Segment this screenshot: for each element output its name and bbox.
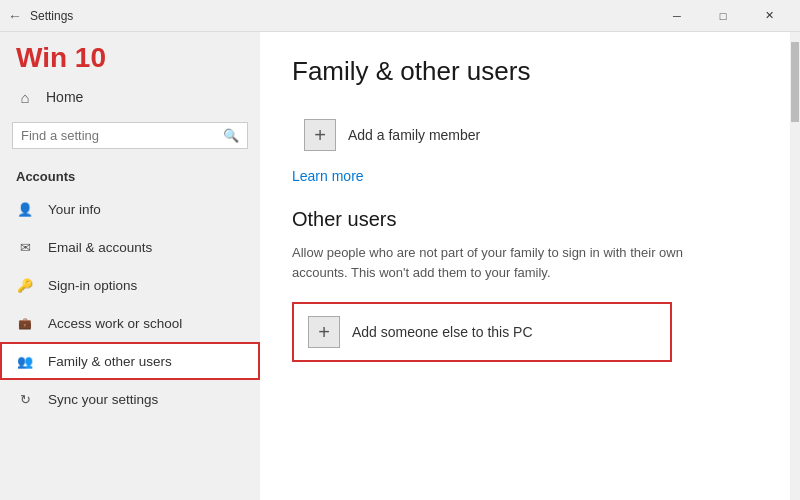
sidebar-item-family[interactable]: 👥 Family & other users <box>0 342 260 380</box>
home-label: Home <box>46 89 83 105</box>
scrollbar-thumb[interactable] <box>791 42 799 122</box>
sidebar-item-work-school[interactable]: 💼 Access work or school <box>0 304 260 342</box>
plus-icon: + <box>304 119 336 151</box>
main-layout: Win 10 ⌂ Home 🔍 Accounts 👤 Your info ✉ E… <box>0 32 800 500</box>
plus-icon-other: + <box>308 316 340 348</box>
sidebar-item-email[interactable]: ✉ Email & accounts <box>0 228 260 266</box>
add-family-button[interactable]: + Add a family member <box>292 111 492 159</box>
your-info-icon: 👤 <box>16 200 34 218</box>
search-input[interactable] <box>21 128 217 143</box>
sidebar-brand: Win 10 <box>0 32 260 80</box>
sidebar-item-signin[interactable]: 🔑 Sign-in options <box>0 266 260 304</box>
signin-icon: 🔑 <box>16 276 34 294</box>
sidebar-item-label: Access work or school <box>48 316 182 331</box>
search-icon: 🔍 <box>223 128 239 143</box>
title-bar-controls: ─ □ ✕ <box>654 0 792 32</box>
sidebar-item-your-info[interactable]: 👤 Your info <box>0 190 260 228</box>
maximize-button[interactable]: □ <box>700 0 746 32</box>
sidebar-item-label: Family & other users <box>48 354 172 369</box>
sidebar-item-home[interactable]: ⌂ Home <box>0 80 260 114</box>
sidebar-item-label: Sign-in options <box>48 278 137 293</box>
sidebar-item-sync[interactable]: ↻ Sync your settings <box>0 380 260 418</box>
other-users-desc: Allow people who are not part of your fa… <box>292 243 712 282</box>
page-title: Family & other users <box>292 56 758 87</box>
learn-more-link[interactable]: Learn more <box>292 168 364 184</box>
sidebar-item-label: Sync your settings <box>48 392 158 407</box>
content-area: Family & other users + Add a family memb… <box>260 32 790 500</box>
add-other-label: Add someone else to this PC <box>352 324 533 340</box>
brand-text: Win 10 <box>16 42 106 73</box>
home-icon: ⌂ <box>16 88 34 106</box>
add-other-button[interactable]: + Add someone else to this PC <box>292 302 672 362</box>
section-label: Accounts <box>0 157 260 190</box>
search-box[interactable]: 🔍 <box>12 122 248 149</box>
sidebar-item-label: Your info <box>48 202 101 217</box>
close-button[interactable]: ✕ <box>746 0 792 32</box>
scrollbar-track[interactable] <box>790 32 800 500</box>
family-icon: 👥 <box>16 352 34 370</box>
window-title: Settings <box>30 9 73 23</box>
back-button[interactable]: ← <box>8 8 22 24</box>
sidebar: Win 10 ⌂ Home 🔍 Accounts 👤 Your info ✉ E… <box>0 32 260 500</box>
sync-icon: ↻ <box>16 390 34 408</box>
email-icon: ✉ <box>16 238 34 256</box>
sidebar-item-label: Email & accounts <box>48 240 152 255</box>
minimize-button[interactable]: ─ <box>654 0 700 32</box>
work-icon: 💼 <box>16 314 34 332</box>
add-family-label: Add a family member <box>348 127 480 143</box>
other-users-heading: Other users <box>292 208 758 231</box>
title-bar-left: ← Settings <box>8 8 73 24</box>
title-bar: ← Settings ─ □ ✕ <box>0 0 800 32</box>
